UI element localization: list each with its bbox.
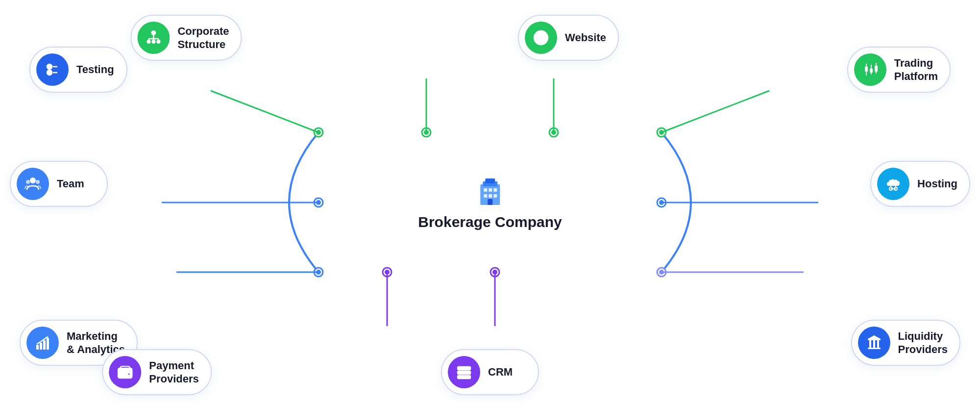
svg-point-14 [659,200,664,205]
svg-point-44 [147,40,150,44]
corporate-icon [137,22,170,54]
node-team[interactable]: Team [10,161,108,207]
svg-point-24 [657,268,666,277]
svg-rect-67 [865,67,868,72]
node-corporate[interactable]: CorporateStructure [130,15,242,61]
liquidity-icon [858,327,890,359]
hosting-label: Hosting [917,177,957,191]
svg-point-91 [459,376,461,378]
svg-point-60 [26,180,30,184]
website-label: Website [565,31,606,45]
marketing-icon [26,327,59,359]
svg-point-11 [316,200,321,205]
svg-rect-38 [493,194,497,198]
svg-point-16 [314,268,323,277]
hosting-icon [877,168,909,200]
center-label: Brokerage Company [418,214,562,230]
testing-label: Testing [76,63,114,76]
building-icon [473,175,507,209]
node-trading[interactable]: TradingPlatform [847,47,951,93]
svg-marker-82 [868,335,881,339]
svg-point-61 [36,180,40,184]
svg-point-17 [316,270,321,275]
svg-rect-32 [485,178,495,183]
svg-rect-36 [484,194,487,198]
svg-point-59 [30,177,36,183]
svg-point-6 [551,130,556,135]
node-testing[interactable]: Testing [29,47,127,93]
svg-point-25 [659,270,664,275]
svg-line-28 [662,91,769,132]
website-icon [525,22,557,54]
node-payment[interactable]: PaymentProviders [102,349,212,395]
svg-rect-77 [868,339,881,340]
svg-point-45 [156,40,160,44]
team-icon [17,168,49,200]
corporate-label: CorporateStructure [177,25,229,51]
svg-line-26 [211,91,318,132]
diagram-container: Brokerage Company CorporateStructure [0,0,980,405]
svg-point-0 [314,128,323,137]
svg-point-9 [659,130,664,135]
crm-label: CRM [488,365,513,379]
node-crm[interactable]: CRM [441,349,539,395]
svg-rect-71 [875,66,878,72]
team-label: Team [57,177,84,191]
svg-rect-64 [43,340,46,350]
svg-point-13 [657,198,666,207]
payment-icon [109,356,141,388]
svg-rect-81 [877,340,879,348]
svg-point-85 [128,374,130,375]
svg-rect-62 [36,345,39,350]
svg-rect-69 [870,69,873,73]
svg-rect-63 [40,343,42,350]
trading-icon [854,53,886,86]
svg-point-89 [459,372,461,374]
svg-rect-35 [493,188,497,192]
svg-point-2 [422,128,431,137]
svg-rect-34 [489,188,492,192]
trading-label: TradingPlatform [894,56,938,83]
svg-rect-39 [488,199,492,205]
node-hosting[interactable]: Hosting [870,161,970,207]
node-liquidity[interactable]: LiquidityProviders [851,320,961,366]
svg-point-3 [424,130,429,135]
svg-point-22 [492,270,497,275]
svg-point-19 [385,270,390,275]
svg-point-8 [657,128,666,137]
svg-point-87 [459,367,461,369]
liquidity-label: LiquidityProviders [898,329,948,356]
testing-icon [36,53,69,86]
svg-point-5 [549,128,558,137]
svg-point-21 [490,268,499,277]
svg-rect-80 [873,340,875,348]
svg-point-40 [151,30,156,35]
crm-icon [448,356,480,388]
svg-point-18 [383,268,392,277]
center-node: Brokerage Company [418,175,562,230]
payment-label: PaymentProviders [149,359,199,386]
svg-rect-37 [489,194,492,198]
svg-point-10 [314,198,323,207]
svg-rect-65 [47,338,49,350]
svg-point-46 [151,40,155,44]
svg-rect-79 [869,340,871,348]
node-website[interactable]: Website [518,15,619,61]
svg-rect-78 [868,348,881,349]
svg-point-1 [316,130,321,135]
svg-rect-33 [484,188,487,192]
